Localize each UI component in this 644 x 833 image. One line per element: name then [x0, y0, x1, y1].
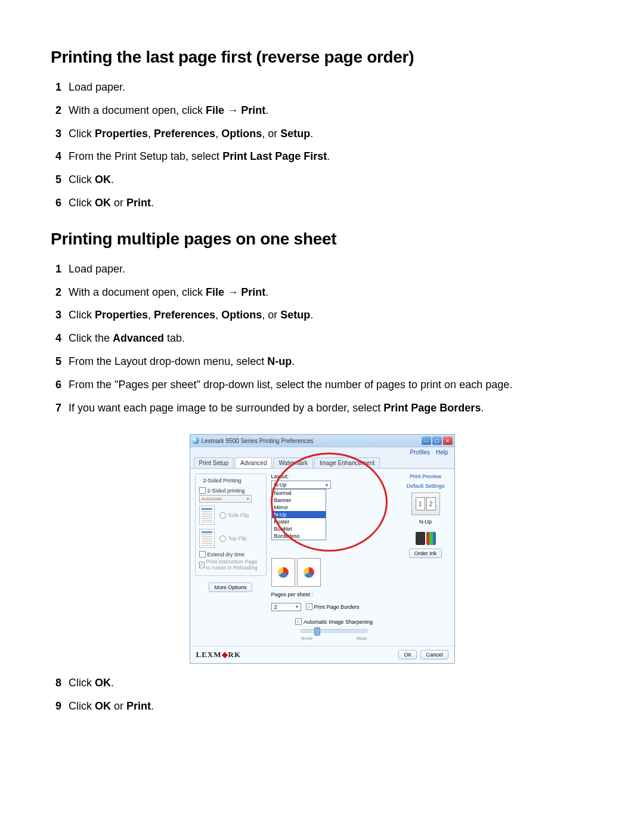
app-icon	[192, 437, 199, 444]
order-ink-button[interactable]: Order Ink	[409, 549, 442, 558]
layout-option[interactable]: Banner	[272, 497, 326, 504]
label-print-instr: Print Instruction Page to Assist in Relo…	[206, 559, 262, 571]
nup-caption: N-Up	[419, 519, 432, 525]
sharpen-slider[interactable]	[301, 629, 367, 633]
step-item: 2With a document open, click File → Prin…	[51, 102, 593, 119]
tab-row: Print SetupAdvancedWatermarkImage Enhanc…	[190, 457, 454, 469]
layout-combo[interactable]: N-Up▾	[271, 481, 331, 489]
thumb-side-flip-icon	[199, 506, 215, 525]
label-side-flip: Side Flip	[228, 512, 249, 518]
checkbox-auto-sharpen[interactable]: ✓	[295, 618, 302, 625]
nup-preview-icon: 12	[411, 493, 440, 515]
printing-preferences-dialog: Lexmark 9500 Series Printing Preferences…	[190, 434, 455, 664]
cancel-button[interactable]: Cancel	[420, 650, 448, 659]
step-item: 2With a document open, click File → Prin…	[51, 284, 593, 301]
print-preview-link[interactable]: Print Preview	[410, 473, 441, 479]
default-settings-link[interactable]: Default Settings	[407, 483, 445, 489]
layout-option[interactable]: Poster	[272, 518, 326, 525]
step-item: 6Click OK or Print.	[51, 194, 593, 212]
thumb-top-flip-icon	[199, 529, 215, 548]
steps-section-1: 1Load paper.2With a document open, click…	[51, 79, 593, 212]
heading-reverse-order: Printing the last page first (reverse pa…	[51, 48, 593, 67]
slider-max-label: Most	[357, 636, 367, 641]
step-item: 4From the Print Setup tab, select Print …	[51, 148, 593, 165]
label-print-borders: Print Page Borders	[314, 604, 360, 610]
step-item: 7If you want each page image to be surro…	[51, 400, 593, 417]
pps-combo[interactable]: 2▾	[271, 603, 301, 611]
radio-top-flip[interactable]	[219, 535, 226, 542]
dialog-titlebar: Lexmark 9500 Series Printing Preferences…	[190, 435, 454, 447]
layout-option[interactable]: Booklet	[272, 525, 326, 532]
step-item: 8Click OK.	[51, 674, 593, 692]
slider-min-label: None	[301, 636, 312, 641]
step-item: 5From the Layout drop-down menu, select …	[51, 353, 593, 370]
dialog-title: Lexmark 9500 Series Printing Preferences	[202, 438, 422, 444]
step-item: 3Click Properties, Preferences, Options,…	[51, 306, 593, 324]
tab-print-setup[interactable]: Print Setup	[194, 457, 234, 468]
tab-image-enhancement[interactable]: Image Enhancement	[314, 457, 380, 468]
profiles-menu[interactable]: Profiles	[410, 449, 430, 456]
help-menu[interactable]: Help	[436, 449, 448, 456]
heading-multi-page: Printing multiple pages on one sheet	[51, 230, 593, 249]
more-options-button[interactable]: More Options	[209, 583, 252, 592]
layout-option[interactable]: N-Up	[272, 511, 326, 518]
label-auto-sharpen: Automatic Image Sharpening	[304, 619, 373, 625]
steps-section-2a: 1Load paper.2With a document open, click…	[51, 261, 593, 417]
step-item: 6From the "Pages per sheet" drop-down li…	[51, 376, 593, 394]
tab-watermark[interactable]: Watermark	[273, 457, 313, 468]
step-item: 5Click OK.	[51, 171, 593, 188]
checkbox-2sided[interactable]	[199, 487, 206, 494]
checkbox-print-instr[interactable]: ✓	[199, 562, 205, 568]
ink-icons	[416, 532, 436, 545]
layout-label: Layout:	[271, 473, 397, 479]
checkbox-extend-dry[interactable]	[199, 551, 206, 558]
step-item: 9Click OK or Print.	[51, 698, 593, 715]
step-item: 1Load paper.	[51, 261, 593, 278]
two-sided-fieldset: 2-Sided Printing 2-Sided printing Automa…	[195, 473, 267, 576]
layout-option[interactable]: Borderless	[272, 532, 326, 540]
label-top-flip: Top Flip	[228, 535, 247, 541]
pie-icon	[304, 567, 314, 578]
step-item: 1Load paper.	[51, 79, 593, 96]
step-item: 4Click the Advanced tab.	[51, 330, 593, 347]
step-item: 3Click Properties, Preferences, Options,…	[51, 125, 593, 143]
tab-advanced[interactable]: Advanced	[235, 457, 272, 468]
layout-option[interactable]: Mirror	[272, 504, 326, 511]
close-button[interactable]: ✕	[443, 436, 453, 445]
maximize-button[interactable]: ▢	[432, 436, 442, 445]
two-sided-title: 2-Sided Printing	[202, 478, 243, 484]
combo-automatic[interactable]: Automatic	[199, 495, 252, 503]
lexmark-logo: LEXM◆RK	[196, 650, 242, 659]
layout-dropdown[interactable]: NormalBannerMirrorN-UpPosterBookletBorde…	[271, 489, 326, 540]
radio-side-flip[interactable]	[219, 512, 226, 519]
pie-icon	[278, 567, 289, 578]
label-2sided: 2-Sided printing	[208, 488, 245, 494]
ok-button[interactable]: OK	[398, 650, 417, 659]
layout-option[interactable]: Normal	[272, 490, 326, 497]
pps-label: Pages per sheet :	[271, 592, 314, 597]
checkbox-print-borders[interactable]: ✓	[306, 603, 312, 610]
layout-preview	[271, 558, 397, 587]
steps-section-2b: 8Click OK.9Click OK or Print.	[51, 674, 593, 715]
label-extend-dry: Extend dry time	[208, 552, 245, 558]
minimize-button[interactable]: —	[422, 436, 431, 445]
